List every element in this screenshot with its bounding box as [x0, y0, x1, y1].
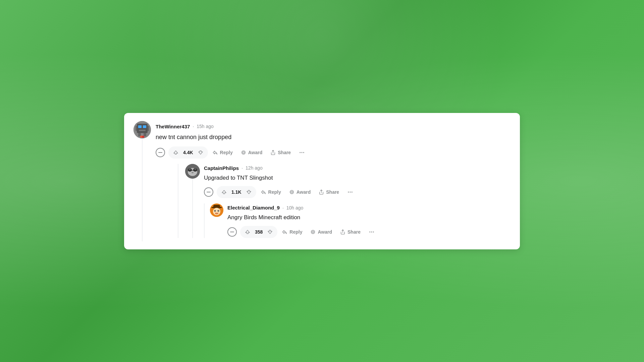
svg-rect-6: [148, 126, 149, 131]
downvote-button[interactable]: [244, 187, 254, 197]
downvote-button[interactable]: [196, 148, 205, 157]
collapse-button[interactable]: [227, 227, 237, 237]
svg-rect-37: [213, 205, 220, 208]
upvote-button[interactable]: [243, 227, 252, 237]
username: TheWinner437: [156, 124, 190, 129]
downvote-icon: [198, 150, 203, 155]
minus-icon: [158, 150, 163, 155]
award-button[interactable]: Award: [237, 148, 266, 157]
svg-point-12: [241, 150, 245, 154]
avatar: [133, 121, 151, 138]
upvote-button[interactable]: [171, 148, 180, 157]
timestamp: 15h ago: [197, 124, 214, 129]
username: CaptainPhilips: [204, 165, 239, 171]
comment-card: TheWinner437 · 15h ago new tnt cannon ju…: [124, 113, 520, 249]
share-button[interactable]: Share: [337, 227, 364, 237]
svg-rect-9: [140, 136, 142, 138]
svg-rect-1: [137, 124, 148, 133]
reply-avatar-thread: [185, 164, 200, 238]
vote-count: 358: [253, 229, 265, 235]
avatar: [185, 164, 200, 179]
award-label: Award: [248, 150, 263, 155]
reply-label: Reply: [289, 229, 302, 235]
svg-rect-27: [194, 169, 197, 171]
vote-group: 1.1K: [217, 186, 256, 198]
replies-section: CaptainPhilips · 12h ago Upgraded to TNT…: [178, 164, 511, 238]
username: Electrical_Diamond_9: [227, 205, 280, 210]
reply-icon: [213, 150, 218, 155]
sub-reply-section: Electrical_Diamond_9 · 10h ago Angry Bir…: [204, 203, 511, 238]
share-icon: [340, 229, 345, 235]
vote-group: 358: [240, 226, 277, 238]
sub-reply-text: Angry Birds Minecraft edition: [227, 213, 511, 222]
top-level-comment: TheWinner437 · 15h ago new tnt cannon ju…: [133, 121, 511, 241]
upvote-button[interactable]: [219, 187, 229, 197]
sub-reply-header: Electrical_Diamond_9 · 10h ago: [227, 205, 511, 210]
downvote-button[interactable]: [265, 227, 275, 237]
downvote-icon: [246, 189, 252, 195]
reply-button[interactable]: Reply: [258, 187, 284, 197]
comment-header: TheWinner437 · 15h ago: [156, 124, 511, 129]
reply-icon: [282, 229, 287, 235]
svg-rect-26: [189, 169, 192, 171]
upvote-icon: [173, 150, 178, 155]
award-icon: [241, 150, 246, 155]
more-options-button[interactable]: [344, 187, 357, 197]
reply-button[interactable]: Reply: [279, 227, 306, 237]
award-button[interactable]: Award: [307, 227, 335, 237]
svg-rect-5: [136, 126, 137, 131]
svg-point-15: [302, 152, 303, 153]
reply-button[interactable]: Reply: [209, 148, 236, 157]
svg-point-31: [291, 191, 292, 193]
collapse-button[interactable]: [204, 187, 213, 197]
sub-reply-avatar-thread: [210, 203, 223, 238]
timestamp: 12h ago: [246, 165, 263, 171]
svg-point-30: [290, 190, 293, 194]
reply-header: CaptainPhilips · 12h ago: [204, 165, 511, 171]
thread-line: [142, 138, 143, 241]
share-label: Share: [326, 189, 339, 195]
svg-point-32: [348, 192, 349, 193]
svg-rect-3: [143, 125, 146, 128]
timestamp: 10h ago: [286, 205, 304, 210]
reply-actions: 1.1K: [204, 186, 511, 198]
reply-label: Reply: [268, 189, 281, 195]
more-options-button[interactable]: [365, 227, 378, 237]
award-button[interactable]: Award: [286, 187, 314, 197]
share-label: Share: [347, 229, 361, 235]
minus-icon: [230, 230, 234, 234]
svg-point-41: [215, 210, 215, 211]
svg-rect-2: [138, 125, 142, 128]
share-label: Share: [278, 150, 291, 155]
comment-text: new tnt cannon just dropped: [156, 133, 511, 142]
svg-point-25: [192, 172, 194, 173]
svg-rect-4: [139, 130, 146, 131]
vote-count: 4.4K: [181, 150, 195, 155]
svg-point-16: [303, 152, 304, 153]
avatar-thread-container: [133, 121, 151, 241]
collapse-button[interactable]: [156, 148, 165, 157]
svg-rect-10: [142, 136, 144, 138]
share-button[interactable]: Share: [315, 187, 342, 197]
svg-point-43: [215, 213, 218, 215]
vote-count: 1.1K: [229, 189, 244, 195]
svg-point-47: [369, 231, 370, 232]
avatar: [210, 203, 223, 217]
svg-point-34: [352, 192, 353, 193]
share-button[interactable]: Share: [267, 148, 294, 157]
award-icon: [289, 189, 294, 195]
svg-point-45: [311, 230, 315, 234]
more-options-button[interactable]: [296, 147, 308, 158]
svg-point-14: [300, 152, 301, 153]
sub-reply-actions: 358: [227, 226, 511, 238]
award-label: Award: [318, 229, 332, 235]
vote-group: 4.4K: [168, 146, 208, 159]
svg-point-42: [218, 210, 219, 211]
svg-point-46: [312, 231, 314, 233]
more-icon: [347, 189, 353, 195]
award-icon: [310, 229, 316, 235]
reply-text: Upgraded to TNT Slingshot: [204, 174, 511, 182]
reply-icon: [261, 189, 266, 195]
minus-icon: [206, 190, 211, 194]
svg-point-49: [373, 231, 374, 232]
